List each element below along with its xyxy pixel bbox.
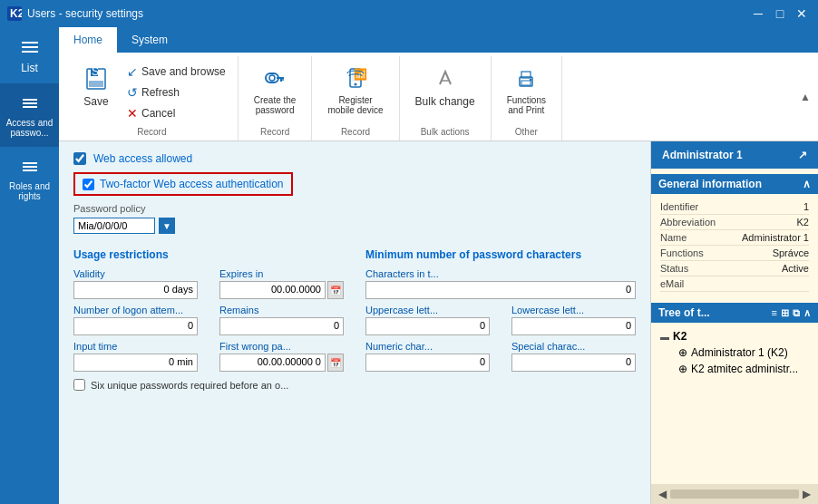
info-row-status: Status Active — [660, 261, 809, 276]
info-row-identifier: Identifier 1 — [660, 199, 809, 215]
ribbon-collapse-button[interactable]: ▲ — [796, 89, 814, 105]
ribbon: S Save ↙ Save and browse ↺ Refresh — [59, 53, 818, 141]
tab-system[interactable]: System — [117, 27, 182, 53]
ribbon-group-label-other: Other — [499, 123, 554, 137]
info-row-email: eMail — [660, 276, 809, 292]
tab-home[interactable]: Home — [59, 27, 117, 53]
tree-child-item-1[interactable]: ⊕ K2 atmitec administr... — [660, 361, 809, 377]
input-time-group: Input time 0 min — [73, 341, 198, 372]
tree-content: ▬ K2 ⊕ Administrator 1 (K2) ⊕ K2 atmitec… — [660, 328, 809, 377]
refresh-button[interactable]: ↺ Refresh — [122, 82, 230, 102]
numeric-input[interactable]: 0 — [365, 354, 490, 372]
uppercase-input[interactable]: 0 — [365, 317, 490, 335]
first-wrong-input[interactable]: 00.00.00000 0 — [219, 354, 326, 372]
sidebar-item-roles[interactable]: Roles and rights — [0, 147, 59, 210]
ribbon-group-mobile: 📶 Registermobile device Record — [312, 56, 399, 141]
scroll-right-arrow[interactable]: ▶ — [803, 488, 811, 500]
tree-list-icon[interactable]: ≡ — [772, 307, 777, 319]
sidebar-item-access[interactable]: Access and passwo... — [0, 83, 59, 147]
tree-copy-icon[interactable]: ⧉ — [793, 307, 800, 319]
ribbon-group-print: Functionsand Print Other — [492, 56, 562, 141]
bulk-change-button[interactable]: Bulk change — [407, 60, 483, 112]
abbreviation-value: K2 — [797, 217, 809, 228]
first-wrong-group: First wrong pa... 00.00.00000 0 📅 — [219, 341, 344, 372]
unique-passwords-checkbox[interactable] — [73, 379, 85, 391]
svg-point-12 — [355, 83, 357, 86]
usage-restrictions-section: Usage restrictions Validity 0 days Expir… — [73, 248, 344, 372]
functions-print-button[interactable]: Functionsand Print — [499, 60, 554, 120]
input-time-input[interactable]: 0 min — [73, 354, 198, 372]
ribbon-group-label-bulk: Bulk actions — [407, 123, 483, 137]
sidebar-item-list[interactable]: List — [0, 27, 59, 83]
lowercase-input[interactable]: 0 — [511, 317, 636, 335]
special-group: Special charac... 0 — [511, 341, 636, 372]
ribbon-group-label-record: Record — [73, 123, 230, 137]
general-info-collapse[interactable]: ∧ — [803, 178, 811, 190]
validity-label: Validity — [73, 268, 198, 279]
svg-point-7 — [269, 75, 275, 81]
uppercase-label: Uppercase lett... — [365, 305, 490, 315]
status-key: Status — [660, 263, 688, 274]
tree-grid-icon[interactable]: ⊞ — [781, 307, 789, 319]
policy-dropdown-button[interactable]: ▼ — [159, 218, 175, 234]
create-password-button[interactable]: Create thepassword — [246, 60, 305, 120]
tree-collapse-icon[interactable]: ∧ — [803, 307, 811, 319]
close-button[interactable]: ✕ — [793, 5, 811, 23]
roles-icon — [19, 156, 41, 178]
key-icon — [260, 64, 289, 93]
functions-print-label: Functionsand Print — [507, 95, 546, 115]
bulk-icon — [431, 64, 460, 93]
main-container: List Access and passwo... Roles and righ… — [0, 27, 818, 504]
maximize-button[interactable]: □ — [771, 5, 789, 23]
tree-header-icons: ≡ ⊞ ⧉ ∧ — [772, 307, 811, 319]
validity-input[interactable]: 0 days — [73, 281, 198, 299]
numeric-label: Numeric char... — [365, 341, 490, 352]
special-input[interactable]: 0 — [511, 354, 636, 372]
web-access-checkbox[interactable] — [73, 152, 86, 165]
main-content: Web access allowed Two-factor Web access… — [59, 141, 818, 504]
external-link-icon[interactable]: ↗ — [798, 149, 807, 161]
tree-root-expand[interactable]: ▬ — [660, 332, 669, 342]
status-value: Active — [782, 263, 809, 274]
tab-bar: Home System — [59, 27, 818, 53]
general-info-header: General information ∧ — [651, 174, 818, 194]
scroll-left-arrow[interactable]: ◀ — [658, 488, 667, 500]
special-row: Numeric char... 0 Special charac... 0 — [365, 341, 636, 372]
window-title: Users - security settings — [27, 7, 749, 20]
remains-label: Remains — [219, 305, 344, 315]
expires-input-row: 00.00.0000 📅 — [219, 281, 344, 299]
web-access-row: Web access allowed — [73, 152, 636, 165]
policy-input[interactable] — [73, 218, 155, 234]
tree-child-item-0[interactable]: ⊕ Administrator 1 (K2) — [660, 344, 809, 361]
tree-root-label: K2 — [673, 330, 687, 343]
expires-date-picker[interactable]: 📅 — [327, 281, 344, 299]
logon-input[interactable]: 0 — [73, 317, 198, 335]
ribbon-group-password: Create thepassword Record — [239, 56, 313, 141]
minimize-button[interactable]: ─ — [749, 5, 767, 23]
chars-in-t-input[interactable]: 0 — [365, 281, 636, 299]
expires-group: Expires in 00.00.0000 📅 — [219, 268, 344, 299]
info-section: General information ∧ Identifier 1 Abbre… — [651, 169, 818, 297]
functions-key: Functions — [660, 247, 704, 258]
tree-root-item: ▬ K2 — [660, 328, 809, 344]
remains-input[interactable]: 0 — [219, 317, 344, 335]
svg-rect-18 — [521, 81, 531, 85]
chars-in-t-label: Characters in t... — [365, 268, 636, 279]
two-factor-checkbox[interactable] — [83, 179, 94, 190]
cancel-button[interactable]: ✕ Cancel — [122, 103, 230, 123]
save-button[interactable]: S Save — [73, 60, 119, 112]
expires-input[interactable]: 00.00.0000 — [219, 281, 326, 299]
tree-header: Tree of t... ≡ ⊞ ⧉ ∧ — [651, 303, 818, 323]
remains-group: Remains 0 — [219, 305, 344, 335]
lowercase-label: Lowercase lett... — [511, 305, 636, 315]
min-password-section: Minimum number of password characters Ch… — [365, 248, 636, 372]
identifier-value: 1 — [803, 201, 809, 212]
save-browse-button[interactable]: ↙ Save and browse — [122, 62, 230, 82]
ribbon-small-group: ↙ Save and browse ↺ Refresh ✕ Cancel — [122, 60, 230, 123]
expires-label: Expires in — [219, 268, 344, 279]
info-row-name: Name Administrator 1 — [660, 230, 809, 246]
first-wrong-date-picker[interactable]: 📅 — [327, 354, 344, 372]
create-password-label: Create thepassword — [254, 95, 297, 115]
register-mobile-button[interactable]: 📶 Registermobile device — [319, 60, 391, 120]
web-access-label: Web access allowed — [93, 152, 192, 165]
